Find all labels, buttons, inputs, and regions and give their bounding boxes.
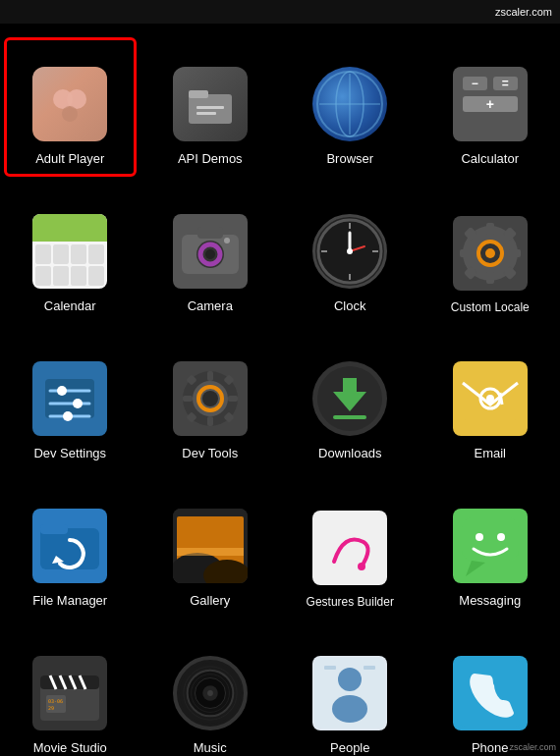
svg-point-75 xyxy=(476,533,483,541)
svg-rect-28 xyxy=(486,272,494,284)
watermark: zscaler.com xyxy=(509,742,556,752)
app-item-people[interactable]: People xyxy=(280,622,420,756)
people-label: People xyxy=(330,740,369,756)
api-demos-label: API Demos xyxy=(178,151,243,167)
calendar-label: Calendar xyxy=(44,298,96,314)
svg-point-46 xyxy=(202,391,218,406)
camera-icon xyxy=(171,212,250,291)
movie-studio-icon: 03-06 29 xyxy=(30,654,109,732)
svg-rect-50 xyxy=(183,396,193,402)
svg-rect-64 xyxy=(40,524,68,534)
svg-rect-6 xyxy=(196,112,216,115)
gallery-icon xyxy=(171,507,250,585)
calculator-icon: − = + xyxy=(451,65,530,143)
file-manager-label: File Manager xyxy=(32,593,107,609)
custom-locale-icon xyxy=(451,214,530,293)
phone-icon xyxy=(451,654,530,732)
svg-rect-63 xyxy=(40,528,99,569)
app-item-file-manager[interactable]: File Manager xyxy=(0,475,140,622)
messaging-label: Messaging xyxy=(459,593,521,609)
svg-point-16 xyxy=(224,238,230,243)
app-item-downloads[interactable]: Downloads xyxy=(280,328,420,475)
svg-text:29: 29 xyxy=(48,705,54,711)
svg-point-94 xyxy=(338,668,362,691)
svg-point-15 xyxy=(205,249,215,259)
svg-rect-4 xyxy=(189,90,208,98)
custom-locale-label: Custom Locale xyxy=(451,300,530,314)
app-item-messaging[interactable]: Messaging xyxy=(420,475,561,622)
messaging-icon xyxy=(451,507,530,585)
camera-label: Camera xyxy=(188,298,233,314)
clock-icon xyxy=(310,212,389,291)
app-item-movie-studio[interactable]: 03-06 29 Movie Studio xyxy=(0,622,140,756)
svg-point-43 xyxy=(63,411,73,421)
app-item-gallery[interactable]: Gallery xyxy=(140,475,281,622)
svg-point-24 xyxy=(347,248,353,254)
svg-rect-27 xyxy=(486,223,494,235)
svg-point-2 xyxy=(62,106,78,122)
dev-settings-label: Dev Settings xyxy=(33,446,106,461)
phone-label: Phone xyxy=(472,740,509,756)
gallery-label: Gallery xyxy=(190,593,230,609)
svg-rect-71 xyxy=(314,513,385,583)
music-icon xyxy=(171,654,250,732)
svg-point-39 xyxy=(57,386,67,396)
dev-settings-icon xyxy=(30,359,109,438)
music-label: Music xyxy=(194,740,227,756)
app-item-camera[interactable]: Camera xyxy=(140,181,281,328)
svg-rect-30 xyxy=(509,249,521,257)
svg-point-41 xyxy=(73,399,83,408)
app-item-phone[interactable]: Phone xyxy=(420,622,561,756)
file-manager-icon xyxy=(30,507,109,585)
app-item-dev-settings[interactable]: Dev Settings xyxy=(0,328,140,475)
email-label: Email xyxy=(474,446,506,461)
svg-rect-12 xyxy=(197,227,223,239)
browser-label: Browser xyxy=(326,151,373,167)
status-bar: zscaler.com xyxy=(0,0,560,24)
calendar-icon xyxy=(30,212,109,291)
app-item-music[interactable]: Music xyxy=(140,622,281,756)
svg-point-72 xyxy=(358,563,365,570)
app-item-email[interactable]: Email xyxy=(420,328,561,475)
dev-tools-icon xyxy=(171,359,250,438)
svg-text:03-06: 03-06 xyxy=(48,698,63,704)
svg-rect-51 xyxy=(228,396,238,402)
svg-rect-29 xyxy=(460,249,472,257)
app-item-clock[interactable]: Clock xyxy=(280,181,420,328)
app-item-browser[interactable]: Browser xyxy=(280,33,420,181)
gestures-builder-icon xyxy=(310,509,389,587)
app-item-calendar[interactable]: Calendar xyxy=(0,181,140,328)
svg-rect-70 xyxy=(177,548,244,556)
watermark-text: zscaler.com xyxy=(495,6,552,18)
svg-point-61 xyxy=(486,395,494,403)
svg-point-95 xyxy=(332,695,367,723)
movie-studio-label: Movie Studio xyxy=(33,740,107,756)
app-item-gestures-builder[interactable]: Gestures Builder xyxy=(280,475,420,622)
app-item-dev-tools[interactable]: Dev Tools xyxy=(140,328,281,475)
adult-player-label: Adult Player xyxy=(35,151,104,167)
dev-tools-label: Dev Tools xyxy=(182,446,238,461)
app-item-custom-locale[interactable]: Custom Locale xyxy=(420,181,561,328)
downloads-label: Downloads xyxy=(318,446,381,461)
gestures-builder-label: Gestures Builder xyxy=(307,595,394,609)
app-item-adult-player[interactable]: Adult Player xyxy=(0,33,140,181)
svg-point-76 xyxy=(497,533,505,541)
app-item-calculator[interactable]: − = + Calculator xyxy=(420,33,561,181)
calculator-label: Calculator xyxy=(461,151,519,167)
svg-rect-49 xyxy=(207,416,213,426)
svg-point-90 xyxy=(207,690,213,696)
downloads-icon xyxy=(310,359,389,438)
app-item-api-demos[interactable]: API Demos xyxy=(140,33,281,181)
app-grid: Adult Player API Demos xyxy=(0,24,560,756)
svg-rect-58 xyxy=(333,415,366,419)
browser-icon xyxy=(310,65,389,143)
svg-rect-48 xyxy=(207,371,213,381)
email-icon xyxy=(451,359,530,438)
clock-label: Clock xyxy=(334,298,366,314)
svg-rect-96 xyxy=(324,666,336,670)
svg-point-36 xyxy=(485,248,495,258)
svg-line-62 xyxy=(500,393,502,405)
api-demos-icon xyxy=(171,65,250,143)
svg-rect-97 xyxy=(364,666,375,670)
svg-rect-5 xyxy=(196,106,224,109)
